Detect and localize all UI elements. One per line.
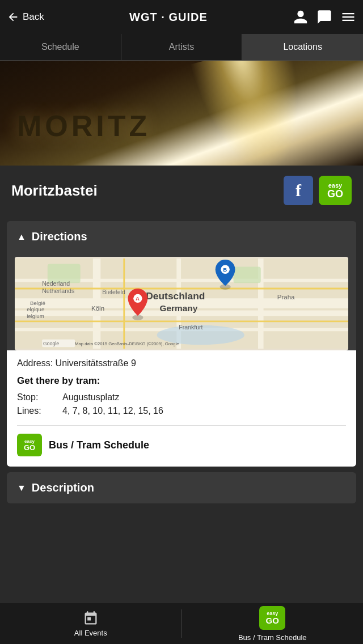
facebook-icon: f [296,181,301,200]
venue-header: Moritzbastei f easy GO [0,166,363,215]
svg-text:Praha: Praha [277,294,295,300]
description-header[interactable]: ▼ Description [7,472,356,503]
directions-title: Directions [32,230,87,243]
header-icons [293,9,356,25]
address-line: Address: Universitätsstraße 9 [17,358,346,368]
directions-arrow-icon: ▲ [17,232,26,242]
svg-text:Bielefeld: Bielefeld [102,289,125,295]
venue-name: Moritzbastei [11,182,98,200]
bottom-easygo-bottom: GO [266,616,279,625]
easygo-bottom-label: GO [327,189,343,199]
svg-text:België: België [30,300,45,306]
description-section: ▼ Description [7,472,356,503]
svg-text:Google: Google [43,341,59,346]
hero-image: MORITZ [0,61,363,166]
easygo-button[interactable]: easy GO [319,176,352,205]
bus-schedule-row[interactable]: easy GO Bus / Tram Schedule [17,425,346,456]
tab-schedule[interactable]: Schedule [0,34,121,60]
svg-text:elgique: elgique [27,306,44,312]
svg-text:Frankfurt: Frankfurt [179,324,202,331]
svg-text:A: A [136,295,140,302]
chat-icon[interactable] [316,9,332,25]
user-icon[interactable] [293,9,309,25]
stop-value: Augustusplatz [62,392,120,402]
tab-artists[interactable]: Artists [121,34,243,60]
tab-locations[interactable]: Locations [242,34,363,60]
lines-value: 4, 7, 8, 10, 11, 12, 15, 16 [62,406,163,416]
lines-row: Lines: 4, 7, 8, 10, 11, 12, 15, 16 [17,406,346,416]
venue-action-buttons: f easy GO [284,176,352,205]
calendar-icon [83,611,99,626]
menu-icon[interactable] [340,9,356,25]
svg-text:Köln: Köln [91,305,104,312]
easygo-bus-icon: easy GO [17,434,42,456]
all-events-bottom-item[interactable]: All Events [0,603,182,644]
svg-text:Map data ©2015 GeoBasis-DE/BKG: Map data ©2015 GeoBasis-DE/BKG (©2009), … [75,341,179,346]
directions-header[interactable]: ▲ Directions [7,221,356,252]
lines-label: Lines: [17,406,62,416]
description-title: Description [32,481,94,494]
directions-content: Address: Universitätsstraße 9 Get there … [7,350,356,467]
get-there-label: Get there by tram: [17,375,346,387]
svg-text:Nederland: Nederland [42,280,70,287]
app-title: WGT · Guide [129,11,208,24]
stop-label: Stop: [17,392,62,402]
svg-text:B: B [223,266,227,273]
directions-section: ▲ Directions Nederland Nether [7,221,356,467]
svg-text:Germany: Germany [159,303,197,313]
description-arrow-icon: ▼ [17,483,26,493]
bus-schedule-bottom-item[interactable]: easy GO Bus / Tram Schedule [182,603,364,644]
all-events-label: All Events [74,629,107,637]
hero-light [190,61,321,166]
directions-map[interactable]: Nederland Netherlands België elgique iel… [15,257,348,350]
bus-schedule-bottom-label: Bus / Tram Schedule [238,633,307,642]
bottom-bar: All Events easy GO Bus / Tram Schedule [0,603,363,644]
svg-text:ielgium: ielgium [27,313,44,319]
tab-bar: Schedule Artists Locations [0,34,363,61]
svg-text:Netherlands: Netherlands [42,287,74,294]
back-button[interactable]: Back [7,11,44,23]
facebook-button[interactable]: f [284,176,313,205]
svg-text:Deutschland: Deutschland [146,290,205,302]
app-header: Back WGT · Guide [0,0,363,34]
bus-schedule-label: Bus / Tram Schedule [49,439,149,451]
easygo-top-label: easy [328,183,342,189]
svg-rect-13 [234,266,261,283]
bottom-easygo-icon: easy GO [259,606,285,630]
easygo-small-bottom: GO [24,444,35,451]
stop-row: Stop: Augustusplatz [17,392,346,402]
back-label: Back [23,11,44,23]
hero-venue-text: MORITZ [17,109,150,143]
